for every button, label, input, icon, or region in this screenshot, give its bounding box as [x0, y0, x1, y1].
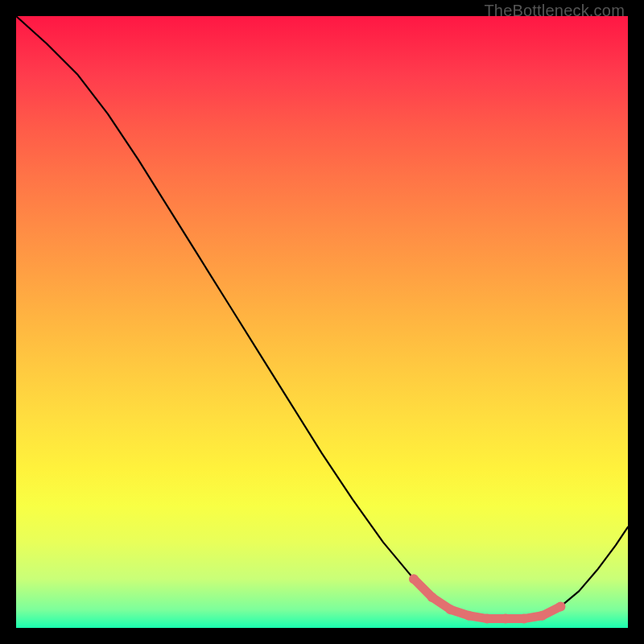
bottleneck-curve-line: [16, 16, 628, 619]
highlight-dot: [501, 614, 510, 624]
highlight-dot: [482, 614, 492, 624]
highlight-dot: [555, 601, 565, 611]
highlight-dot: [427, 592, 437, 602]
highlight-dot: [538, 611, 547, 621]
highlight-dot: [409, 574, 419, 584]
highlight-dot: [446, 605, 456, 614]
highlight-dot: [464, 611, 473, 621]
chart-svg: [16, 16, 628, 628]
chart-stage: TheBottleneck.com: [0, 0, 644, 644]
chart-plot-area: [16, 16, 628, 628]
highlight-dots-group: [409, 574, 565, 623]
highlight-dot: [519, 614, 529, 624]
